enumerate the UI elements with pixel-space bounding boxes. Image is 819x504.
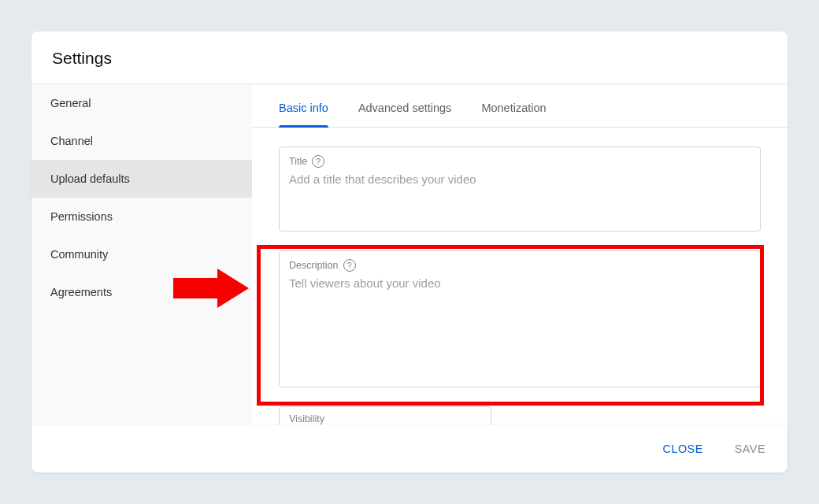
button-label: CLOSE [663, 443, 703, 455]
description-field[interactable]: Description ? [279, 250, 761, 387]
content-scroll[interactable]: Basic info Advanced settings Monetizatio… [252, 84, 788, 425]
settings-dialog: Settings General Channel Upload defaults… [32, 32, 788, 472]
sidebar-item-label: Channel [50, 135, 93, 147]
tab-label: Basic info [279, 102, 328, 114]
sidebar-item-channel[interactable]: Channel [32, 122, 252, 160]
tab-advanced-settings[interactable]: Advanced settings [358, 102, 452, 127]
tab-basic-info[interactable]: Basic info [279, 102, 328, 127]
visibility-label: Visibility [289, 413, 481, 424]
sidebar-item-community[interactable]: Community [32, 235, 252, 273]
help-icon[interactable]: ? [343, 259, 356, 272]
tab-label: Advanced settings [358, 102, 452, 114]
title-field[interactable]: Title ? [279, 146, 761, 232]
close-button[interactable]: CLOSE [657, 438, 710, 460]
tab-monetization[interactable]: Monetization [481, 102, 546, 127]
dialog-title: Settings [52, 49, 767, 68]
description-label: Description [289, 260, 339, 271]
save-button[interactable]: SAVE [728, 438, 772, 460]
dialog-body: General Channel Upload defaults Permissi… [32, 84, 788, 425]
description-input[interactable] [289, 276, 750, 343]
dialog-footer: CLOSE SAVE [32, 425, 788, 472]
form-area: Title ? Description ? Visibility [252, 128, 788, 425]
visibility-select[interactable]: Visibility [279, 406, 491, 425]
dialog-header: Settings [32, 32, 788, 84]
sidebar-item-label: General [50, 97, 91, 109]
sidebar-item-general[interactable]: General [32, 84, 252, 122]
content-wrapper: Basic info Advanced settings Monetizatio… [252, 84, 788, 425]
sidebar-item-label: Permissions [50, 210, 113, 223]
sidebar-item-label: Upload defaults [50, 172, 130, 185]
title-label: Title [289, 156, 307, 167]
tabs: Basic info Advanced settings Monetizatio… [252, 84, 788, 128]
tab-label: Monetization [481, 102, 546, 114]
sidebar-item-label: Community [50, 248, 108, 261]
sidebar-item-permissions[interactable]: Permissions [32, 198, 252, 235]
settings-sidebar: General Channel Upload defaults Permissi… [32, 84, 252, 425]
help-icon[interactable]: ? [312, 155, 324, 168]
sidebar-item-upload-defaults[interactable]: Upload defaults [32, 160, 252, 198]
sidebar-item-agreements[interactable]: Agreements [32, 273, 252, 311]
title-label-row: Title ? [289, 155, 750, 168]
button-label: SAVE [735, 443, 765, 455]
title-input[interactable] [289, 172, 750, 186]
description-label-row: Description ? [289, 259, 750, 272]
sidebar-item-label: Agreements [50, 286, 112, 298]
